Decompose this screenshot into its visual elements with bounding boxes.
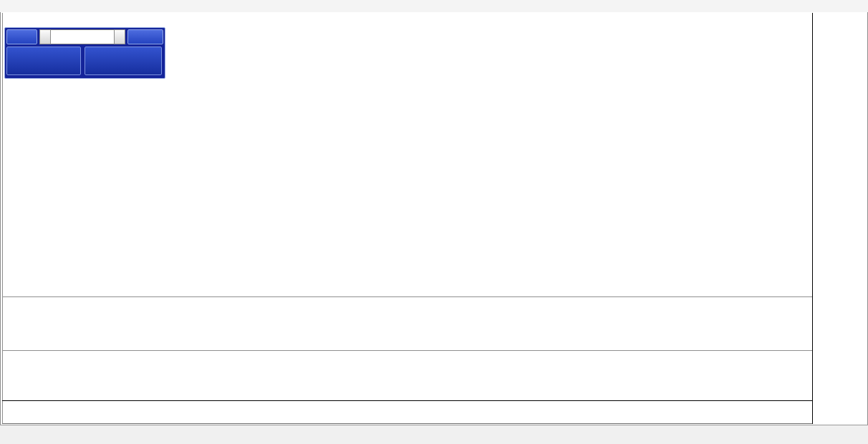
chart-tab-bar — [0, 425, 868, 444]
chart-title — [9, 16, 26, 25]
buy-price-button[interactable] — [85, 47, 162, 75]
mt4-terminal-window — [0, 0, 868, 444]
rsi-pane-canvas[interactable] — [3, 351, 812, 400]
one-click-trading-panel — [4, 27, 165, 79]
volume-input[interactable] — [51, 29, 114, 44]
timeframe-toolbar — [0, 0, 868, 13]
price-axis — [812, 13, 867, 424]
date-axis — [3, 401, 812, 423]
macd-pane-canvas[interactable] — [3, 297, 812, 350]
trade-panel-top-row — [6, 29, 163, 44]
volume-increase-button[interactable] — [114, 29, 125, 44]
window-bottom-border — [2, 423, 867, 424]
sell-price-button[interactable] — [6, 47, 81, 75]
buy-button[interactable] — [127, 29, 163, 44]
sell-button[interactable] — [6, 29, 37, 44]
volume-decrease-button[interactable] — [39, 29, 51, 44]
